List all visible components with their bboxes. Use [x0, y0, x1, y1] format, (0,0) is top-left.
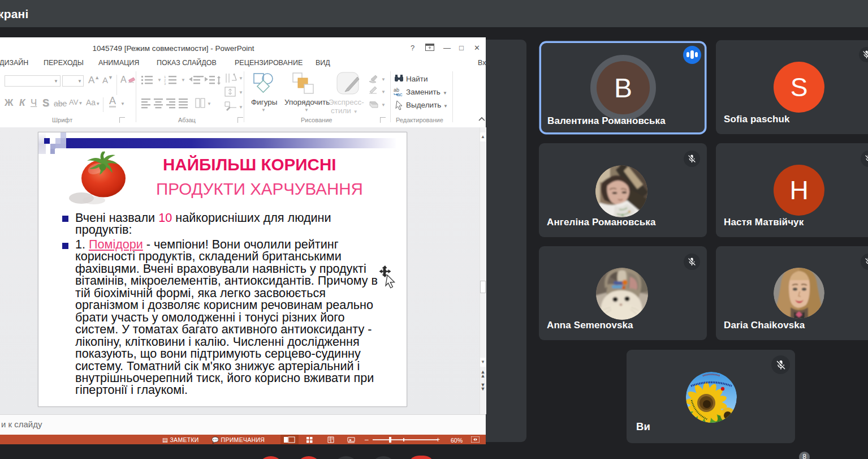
svg-text:▼: ▼ [381, 102, 386, 108]
svg-text:3: 3 [164, 82, 166, 85]
svg-text:▼: ▼ [381, 77, 386, 82]
svg-text:ac: ac [397, 92, 403, 97]
svg-text:▼: ▼ [207, 101, 211, 106]
svg-text:▼: ▼ [381, 89, 386, 95]
svg-text:▼: ▼ [157, 78, 162, 83]
svg-text:▼: ▼ [239, 105, 243, 110]
svg-text:▼: ▼ [239, 76, 243, 81]
svg-text:▼: ▼ [181, 78, 185, 83]
svg-text:▼: ▼ [239, 90, 243, 95]
